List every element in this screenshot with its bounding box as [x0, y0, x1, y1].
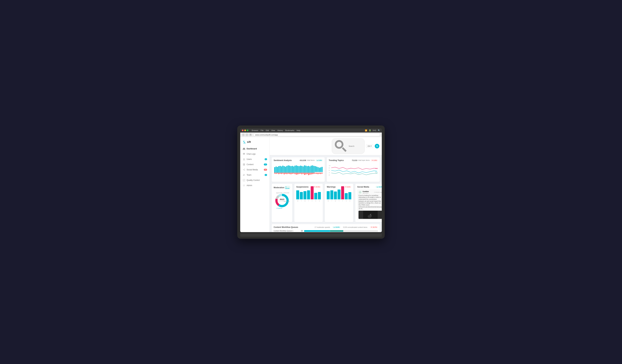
workflow-trend1: ▲ 13.0% — [332, 226, 340, 228]
tweet-handle: @foodists — [363, 192, 369, 194]
svg-rect-48 — [318, 167, 319, 172]
trending-total: 73,019 — [352, 159, 357, 161]
svg-rect-40 — [307, 166, 308, 173]
svg-text:PII: PII — [375, 171, 377, 172]
right-panel: EN ▾ N Sentiment Analysis — [270, 137, 382, 232]
svg-point-5 — [244, 169, 245, 169]
svg-rect-82 — [315, 173, 316, 174]
sentiment-header: Sentiment Analysis 416,938 total items ▲… — [274, 159, 323, 162]
warnings-chart: M T W — [327, 189, 351, 202]
warn-bar-S1: S — [345, 193, 348, 202]
url-bar[interactable]: www.communitysift.com/app — [253, 133, 380, 136]
chat-icon — [243, 153, 245, 155]
sidebar-item-admin[interactable]: Admin — [240, 183, 270, 188]
forward-button[interactable]: › — [245, 133, 248, 136]
sidebar-item-chatlogs[interactable]: Chat Logs — [240, 151, 270, 157]
svg-rect-33 — [297, 166, 298, 172]
dot-maximize[interactable] — [247, 130, 248, 131]
menu-file[interactable]: File — [261, 129, 263, 131]
warn-bar-fill-M — [327, 191, 330, 199]
search-icon — [334, 139, 348, 153]
sidebar-item-content[interactable]: Content 77 — [240, 162, 270, 167]
mac-dots — [242, 130, 248, 131]
menu-view[interactable]: View — [271, 129, 275, 131]
svg-rect-72 — [301, 173, 302, 174]
lang-selector[interactable]: EN ▾ — [366, 144, 373, 148]
bar-fill-S2 — [318, 192, 321, 199]
mac-right: 📶 🔋 9:41 🔍 — [365, 129, 380, 132]
back-button[interactable]: ‹ — [242, 133, 245, 136]
donut-label-uncertain: uncertain — [284, 201, 290, 202]
warn-bar-fill-W — [334, 192, 337, 199]
main-content: Sentiment Analysis 416,938 total items ▲… — [270, 155, 382, 232]
sidebar-item-users[interactable]: Users 5 — [240, 157, 270, 162]
svg-rect-54 — [277, 173, 278, 173]
nav-buttons: ‹ › ↻ — [242, 133, 252, 136]
svg-rect-17 — [276, 166, 277, 173]
warn-bar-fill-S2 — [348, 192, 351, 199]
suspensions-card: Suspensions ▼ 37.0% M T — [294, 184, 323, 222]
qc-icon — [243, 179, 245, 182]
laptop-base — [240, 233, 382, 237]
svg-rect-66 — [293, 173, 294, 174]
svg-line-8 — [244, 169, 244, 170]
laptop-stand — [295, 237, 327, 239]
svg-rect-44 — [312, 165, 313, 172]
svg-text:100: 100 — [329, 165, 330, 166]
sidebar-label-admin: Admin — [247, 184, 252, 187]
svg-rect-60 — [285, 173, 286, 174]
sentiment-card: Sentiment Analysis 416,938 total items ▲… — [272, 157, 325, 182]
svg-rect-56 — [280, 173, 281, 174]
refresh-button[interactable]: ↻ — [249, 133, 252, 136]
trending-header: Trending Topics 73,019 total topic items… — [329, 159, 378, 162]
menu-help[interactable]: Help — [297, 129, 300, 131]
chevron-down-icon: ▾ — [371, 145, 372, 147]
warn-bar-fill-F — [341, 186, 344, 199]
tweet-header: F Foodists @foodists 2 minutes ago — [359, 191, 382, 194]
bar-fill-F — [311, 186, 314, 199]
svg-rect-2 — [243, 163, 245, 165]
dot-minimize[interactable] — [244, 130, 246, 131]
svg-rect-29 — [292, 166, 293, 172]
moderation-header: Moderation ▲ 19.0% — [274, 186, 290, 189]
sidebar-item-socialmedia[interactable]: Social Media 39 — [240, 167, 270, 172]
moderation-card: Moderation ▲ 19.0% — [272, 184, 292, 222]
trending-stats: 73,019 total topic items ▼ 2.0% — [352, 159, 378, 161]
laptop-frame: Browser File Edit View History Bookmarks… — [237, 125, 385, 239]
sidebar-item-qualitycontrol[interactable]: Quality Control — [240, 178, 270, 183]
bar-fill-T2 — [307, 190, 310, 199]
menu-history[interactable]: History — [277, 129, 283, 131]
svg-rect-58 — [282, 173, 283, 174]
svg-rect-74 — [304, 173, 305, 175]
workflow-card: Content Workflow Queues 17 moderator spe… — [272, 224, 380, 232]
menu-bookmarks[interactable]: Bookmarks — [285, 129, 294, 131]
sidebar-item-team[interactable]: Team 2 — [240, 172, 270, 178]
svg-text:Fighting: Fighting — [375, 172, 378, 174]
svg-rect-51 — [322, 167, 323, 172]
svg-rect-37 — [303, 166, 304, 172]
queue-bar-green-1 — [330, 230, 343, 232]
svg-rect-57 — [281, 173, 282, 174]
warnings-trend: ▼ 5.0% — [344, 186, 351, 188]
menu-edit[interactable]: Edit — [266, 129, 269, 131]
svg-rect-63 — [289, 173, 290, 174]
trending-content: 100 90 80 70 60 — [329, 163, 378, 180]
menu-browser[interactable]: Browser — [252, 129, 258, 131]
svg-point-1 — [243, 158, 244, 159]
workflow-stats: 17 moderator speeds ▲ 13.0% 3,019 unmode… — [315, 226, 378, 228]
trending-svg: 100 90 80 70 60 — [329, 163, 378, 179]
svg-rect-77 — [308, 173, 309, 175]
user-avatar[interactable]: N — [375, 144, 379, 148]
search-icon[interactable]: 🔍 — [378, 129, 380, 132]
social-icon — [243, 168, 245, 171]
search-box[interactable] — [332, 138, 365, 154]
users-badge: 5 — [265, 158, 267, 160]
warnings-card: Warnings ▼ 5.0% M T — [325, 184, 353, 222]
bar-T2: T — [307, 190, 310, 202]
sidebar-item-dashboard[interactable]: Dashboard — [240, 146, 270, 151]
search-input[interactable] — [349, 145, 362, 147]
svg-rect-73 — [303, 173, 304, 174]
social-media-header: Social Media ▲ 13.0% — [357, 186, 382, 188]
warn-bar-fill-T2 — [338, 190, 340, 199]
dot-close[interactable] — [242, 130, 243, 131]
